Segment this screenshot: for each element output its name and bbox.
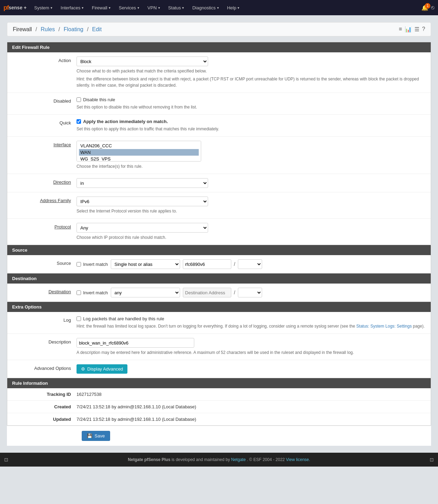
source-body: Source Invert match Single host or alias… bbox=[7, 255, 431, 273]
nav-menu: System ▾ Interfaces ▾ Firewall ▾ Service… bbox=[30, 0, 421, 15]
address-family-select[interactable]: IPv4 IPv6 IPv4+IPv6 bbox=[77, 197, 208, 206]
advanced-button-label: Display Advanced bbox=[87, 366, 123, 372]
rule-info-body: Tracking ID 1627127538 Created 7/24/21 1… bbox=[7, 388, 431, 425]
source-invert-checkbox[interactable] bbox=[77, 262, 81, 267]
destination-panel: Destination Destination Invert match any… bbox=[7, 273, 431, 302]
source-controls: Invert match Single host or alias any Ne… bbox=[77, 259, 425, 269]
log-check-label: Log packets that are handled by this rul… bbox=[77, 316, 425, 321]
nav-vpn[interactable]: VPN ▾ bbox=[143, 0, 164, 15]
updated-row: Updated 7/24/21 13:52:18 by admin@192.16… bbox=[7, 413, 431, 425]
status-caret: ▾ bbox=[182, 6, 184, 10]
log-label: Log bbox=[7, 316, 77, 329]
nav-firewall[interactable]: Firewall ▾ bbox=[88, 0, 115, 15]
destination-label: Destination bbox=[7, 288, 77, 297]
quick-content: Apply the action immediately on match. S… bbox=[77, 119, 431, 132]
footer-right-icon[interactable]: ⊡ bbox=[430, 457, 434, 462]
description-content: A description may be entered here for ad… bbox=[77, 338, 431, 356]
interface-listbox[interactable]: VLAN206_CCC WAN WG_S2S_VPS OpenVPN bbox=[77, 141, 201, 162]
destination-row: Destination Invert match any Single host… bbox=[7, 284, 431, 302]
display-advanced-button[interactable]: ⚙ Display Advanced bbox=[77, 364, 127, 374]
action-hint2: Hint: the difference between block and r… bbox=[77, 76, 425, 88]
list-icon[interactable]: ≡ bbox=[399, 26, 402, 33]
bc-rules-link[interactable]: Rules bbox=[41, 26, 55, 32]
help-icon[interactable]: ? bbox=[422, 26, 425, 33]
created-row: Created 7/24/21 13:52:18 by admin@192.16… bbox=[7, 401, 431, 413]
firewall-caret: ▾ bbox=[109, 6, 110, 10]
disabled-row: Disabled Disable this rule Set this opti… bbox=[7, 93, 431, 115]
diagnostics-caret: ▾ bbox=[217, 6, 219, 10]
source-content: Invert match Single host or alias any Ne… bbox=[77, 259, 431, 269]
action-select[interactable]: Block Pass Reject bbox=[77, 57, 208, 66]
chart-icon[interactable]: 📊 bbox=[405, 26, 412, 33]
log-check-text: Log packets that are handled by this rul… bbox=[83, 316, 164, 321]
gear-icon: ⚙ bbox=[81, 366, 85, 372]
tracking-id-row: Tracking ID 1627127538 bbox=[7, 388, 431, 401]
breadcrumb-icons: ≡ 📊 ☰ ? bbox=[399, 26, 425, 33]
log-hint-link[interactable]: Status: System Logs: Settings bbox=[356, 324, 412, 329]
brand: pfsense + bbox=[3, 4, 27, 11]
nav-diagnostics[interactable]: Diagnostics ▾ bbox=[188, 0, 223, 15]
signout-button[interactable]: ⎋ bbox=[431, 5, 435, 11]
advanced-label: Advanced Options bbox=[7, 364, 77, 374]
brand-plus: sense + bbox=[9, 5, 27, 10]
help-caret: ▾ bbox=[238, 6, 239, 10]
source-cidr-select[interactable]: 8 16 24 32 48 64 128 bbox=[238, 259, 262, 269]
rule-info-panel: Rule Information Tracking ID 1627127538 … bbox=[7, 378, 431, 426]
destination-invert-checkbox[interactable] bbox=[77, 290, 81, 295]
nav-right: 🔔 1 ⎋ bbox=[421, 5, 435, 11]
source-row: Source Invert match Single host or alias… bbox=[7, 255, 431, 273]
direction-content: in out any bbox=[77, 178, 431, 188]
destination-invert-label: Invert match bbox=[77, 290, 108, 295]
footer-license-link[interactable]: View license. bbox=[286, 457, 310, 462]
created-label: Created bbox=[7, 404, 77, 409]
disabled-checkbox[interactable] bbox=[77, 97, 81, 102]
direction-select[interactable]: in out any bbox=[77, 178, 208, 188]
protocol-label-link[interactable]: Protocol bbox=[54, 224, 71, 229]
bc-edit-link[interactable]: Edit bbox=[92, 26, 102, 32]
disabled-hint: Set this option to disable this rule wit… bbox=[77, 104, 425, 110]
source-address-input[interactable] bbox=[183, 259, 231, 269]
destination-invert-text: Invert match bbox=[83, 290, 108, 295]
save-button[interactable]: 💾 Save bbox=[82, 431, 110, 441]
source-type-select[interactable]: Single host or alias any Network WAN add… bbox=[111, 259, 180, 269]
interfaces-caret: ▾ bbox=[82, 6, 83, 10]
address-family-label-link[interactable]: Address Family bbox=[40, 198, 71, 203]
nav-status[interactable]: Status ▾ bbox=[164, 0, 188, 15]
protocol-hint: Choose which IP protocol this rule shoul… bbox=[77, 234, 425, 241]
nav-help[interactable]: Help ▾ bbox=[223, 0, 244, 15]
extra-body: Log Log packets that are handled by this… bbox=[7, 312, 431, 378]
nav-interfaces[interactable]: Interfaces ▾ bbox=[56, 0, 88, 15]
interface-label-link[interactable]: Interface bbox=[53, 142, 71, 147]
description-input[interactable] bbox=[77, 338, 194, 348]
table-icon[interactable]: ☰ bbox=[414, 26, 419, 33]
nav-system[interactable]: System ▾ bbox=[30, 0, 56, 15]
bc-sep1: / bbox=[36, 26, 37, 32]
source-panel: Source Source Invert match Single host o… bbox=[7, 245, 431, 273]
destination-cidr-select[interactable]: 8 16 24 32 48 64 128 bbox=[238, 288, 262, 297]
bc-floating-link[interactable]: Floating bbox=[64, 26, 83, 32]
quick-checkbox[interactable] bbox=[77, 119, 81, 124]
breadcrumb-bar: Firewall / Rules / Floating / Edit ≡ 📊 ☰… bbox=[7, 22, 431, 36]
notification-bell[interactable]: 🔔 1 bbox=[421, 5, 428, 11]
protocol-select[interactable]: Any TCP UDP TCP/UDP ICMP bbox=[77, 223, 208, 233]
log-checkbox[interactable] bbox=[77, 316, 81, 321]
footer-left-icon[interactable]: ⊡ bbox=[4, 457, 8, 462]
disabled-label: Disabled bbox=[7, 97, 77, 110]
destination-address-input[interactable] bbox=[183, 288, 231, 297]
brand-logo: pf bbox=[3, 4, 9, 11]
disabled-content: Disable this rule Set this option to dis… bbox=[77, 97, 431, 110]
destination-type-select[interactable]: any Single host or alias Network WAN add… bbox=[111, 288, 180, 297]
protocol-content: Any TCP UDP TCP/UDP ICMP Choose which IP… bbox=[77, 223, 431, 241]
action-hint1: Choose what to do with packets that matc… bbox=[77, 68, 425, 74]
rule-info-heading: Rule Information bbox=[7, 378, 431, 388]
updated-label: Updated bbox=[7, 417, 77, 422]
direction-label: Direction bbox=[7, 178, 77, 188]
destination-content: Invert match any Single host or alias Ne… bbox=[77, 288, 431, 297]
extra-heading: Extra Options bbox=[7, 302, 431, 312]
destination-label-link[interactable]: Destination bbox=[48, 289, 71, 294]
footer-netgate-link[interactable]: Netgate bbox=[231, 457, 246, 462]
direction-label-link[interactable]: Direction bbox=[53, 180, 71, 185]
interface-hint: Choose the interface(s) for this rule. bbox=[77, 163, 425, 170]
action-row: Action Block Pass Reject Choose what to … bbox=[7, 52, 431, 93]
nav-services[interactable]: Services ▾ bbox=[115, 0, 143, 15]
